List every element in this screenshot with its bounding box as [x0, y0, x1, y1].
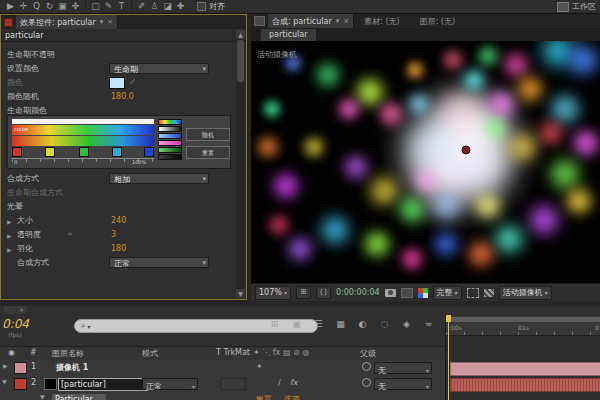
parent-pickwhip-icon[interactable]: [362, 378, 371, 387]
layer-collapse-icon[interactable]: ▼: [2, 378, 7, 385]
color-over-life-gradient-editor[interactable]: ALPHA COLOR 0 100% 随机 重置: [7, 115, 231, 169]
emitter-point[interactable]: [461, 145, 470, 154]
breadcrumb[interactable]: particular: [261, 29, 316, 41]
effect-panel-scrollbar[interactable]: ▲ ▼: [236, 30, 245, 298]
hand-tool-icon[interactable]: ✛: [17, 0, 30, 13]
quality-switch-icon[interactable]: ∕: [278, 378, 281, 387]
pen-tool-icon[interactable]: ✎: [102, 0, 115, 13]
effect-options-link[interactable]: 选项..: [284, 394, 305, 400]
glow-feather-value[interactable]: 180: [111, 242, 126, 255]
hide-shy-layers-icon[interactable]: ☰: [312, 319, 325, 329]
trkmat-dropdown[interactable]: [220, 378, 246, 390]
puppet-pin-tool-icon[interactable]: ✚: [174, 0, 187, 13]
brainstorm-icon[interactable]: ◌: [378, 319, 391, 329]
group-collapse-icon[interactable]: ▼: [40, 393, 45, 400]
gradient-preset[interactable]: [158, 140, 182, 146]
parent-dropdown[interactable]: 无 ▾: [374, 362, 432, 374]
tab-close-icon[interactable]: ×: [343, 17, 349, 25]
gradient-stop[interactable]: [45, 147, 55, 157]
layer-switch-icon[interactable]: ✦: [256, 362, 263, 371]
scrollbar-thumb[interactable]: [237, 40, 244, 82]
gradient-preset[interactable]: [158, 126, 182, 132]
search-options-caret-icon[interactable]: ▾: [87, 323, 90, 330]
disclosure-icon[interactable]: ▶: [7, 229, 12, 242]
time-ruler[interactable]: :00s 01s 0: [446, 322, 600, 336]
layer-row-particular[interactable]: ▼ 2 正常 ▾ ∕ fx 无 ▾: [0, 376, 445, 393]
effect-controls-tab[interactable]: 效果控件: particular ▾ ×: [16, 15, 118, 29]
zoom-tool-icon[interactable]: Q: [30, 0, 43, 13]
gradient-stop[interactable]: [144, 147, 154, 157]
selection-tool-icon[interactable]: ▶: [4, 0, 17, 13]
gradient-stop[interactable]: [79, 147, 89, 157]
scroll-down-icon[interactable]: ▼: [236, 289, 245, 298]
gradient-randomize-button[interactable]: 随机: [186, 128, 230, 141]
eyedropper-icon[interactable]: ✐: [129, 76, 136, 89]
magnification-dropdown[interactable]: 107% ▾: [255, 286, 291, 300]
gradient-reset-button[interactable]: 重置: [186, 146, 230, 159]
gradient-alpha-bar[interactable]: [12, 119, 154, 124]
transfer-mode-dropdown[interactable]: 相加 ▾: [109, 173, 209, 184]
region-of-interest-icon[interactable]: [467, 288, 479, 298]
layer-label-color[interactable]: [14, 378, 27, 390]
glow-size-value[interactable]: 240: [111, 214, 126, 227]
timeline-tab-stub[interactable]: ×: [4, 306, 26, 314]
viewer-timecode[interactable]: 0:00:00:04: [336, 288, 380, 297]
layer-name-column-header[interactable]: 图层名称: [52, 348, 84, 359]
mode-dropdown[interactable]: 正常 ▾: [142, 378, 198, 390]
gradient-color-bar[interactable]: [12, 125, 154, 135]
set-color-dropdown[interactable]: 生命期 ▾: [109, 63, 209, 74]
timeline-track-lane[interactable]: :00s 01s 0: [445, 314, 600, 400]
channels-icon[interactable]: [418, 288, 428, 298]
brush-tool-icon[interactable]: ✐: [135, 0, 148, 13]
color-swatch[interactable]: [109, 77, 125, 89]
shape-tool-icon[interactable]: ▢: [89, 0, 102, 13]
layer-expand-icon[interactable]: ▶: [3, 362, 8, 369]
viewer-canvas[interactable]: 活动摄像机: [251, 41, 600, 283]
tab-menu-caret-icon[interactable]: ▾: [100, 18, 104, 26]
glow-transfer-mode-dropdown[interactable]: 正常 ▾: [109, 257, 209, 268]
rotate-tool-icon[interactable]: ↻: [43, 0, 56, 13]
eraser-tool-icon[interactable]: ◪: [161, 0, 174, 13]
disclosure-icon[interactable]: ▶: [7, 215, 12, 228]
view-menu-dropdown[interactable]: 活动摄像机 ▾: [499, 286, 552, 300]
text-tool-icon[interactable]: T: [115, 0, 128, 13]
grid-options-icon[interactable]: ⊞: [296, 286, 311, 299]
group-glow[interactable]: 光晕: [1, 200, 233, 213]
layer-row-camera[interactable]: ▶ 1 摄像机 1 ✦ 无 ▾: [0, 360, 445, 377]
gradient-color-bar-2[interactable]: [12, 136, 154, 146]
gradient-preset[interactable]: [158, 119, 182, 125]
composition-tab[interactable]: 合成: particular ▾ ×: [268, 14, 354, 28]
pan-behind-tool-icon[interactable]: ✜: [69, 0, 82, 13]
current-time-indicator[interactable]: [448, 316, 449, 400]
effect-group-row[interactable]: ▼ Particular 重置 选项..: [0, 392, 445, 400]
layer-tab[interactable]: 图层: (无): [410, 16, 465, 27]
clone-stamp-tool-icon[interactable]: ♙: [148, 0, 161, 13]
effect-reset-link[interactable]: 重置: [256, 394, 272, 400]
layer-name[interactable]: 摄像机 1: [56, 362, 88, 373]
mode-column-header[interactable]: 模式: [142, 348, 158, 359]
parent-column-header[interactable]: 父级: [360, 348, 376, 359]
tab-close-icon[interactable]: ×: [19, 306, 24, 313]
parent-dropdown[interactable]: 无 ▾: [374, 378, 432, 390]
transparency-grid-icon[interactable]: [484, 289, 494, 297]
align-checkbox[interactable]: [197, 2, 206, 11]
gradient-stop[interactable]: [112, 147, 122, 157]
gradient-preset[interactable]: [158, 133, 182, 139]
gradient-stop[interactable]: [12, 147, 22, 157]
effect-row-name[interactable]: Particular: [52, 394, 106, 400]
camera-tool-icon[interactable]: ▣: [56, 0, 69, 13]
layer-bar-particular[interactable]: [450, 378, 600, 392]
color-random-value[interactable]: 180.0: [111, 90, 134, 103]
scroll-up-icon[interactable]: ▲: [236, 30, 245, 39]
gradient-preset[interactable]: [158, 147, 182, 153]
auto-keyframe-icon[interactable]: ◈: [400, 319, 413, 329]
show-snapshot-icon[interactable]: [401, 288, 413, 298]
glow-opacity-value[interactable]: 3: [111, 228, 116, 241]
footage-tab[interactable]: 素材: (无): [354, 16, 409, 27]
row-opacity-over-life[interactable]: 生命期不透明: [1, 48, 233, 61]
gradient-preset[interactable]: [158, 154, 182, 160]
graph-editor-icon[interactable]: ≈: [422, 319, 435, 329]
resolution-dropdown[interactable]: 完整 ▾: [433, 286, 462, 300]
layer-label-color[interactable]: [14, 362, 27, 374]
effect-name-header[interactable]: particular: [1, 29, 246, 42]
